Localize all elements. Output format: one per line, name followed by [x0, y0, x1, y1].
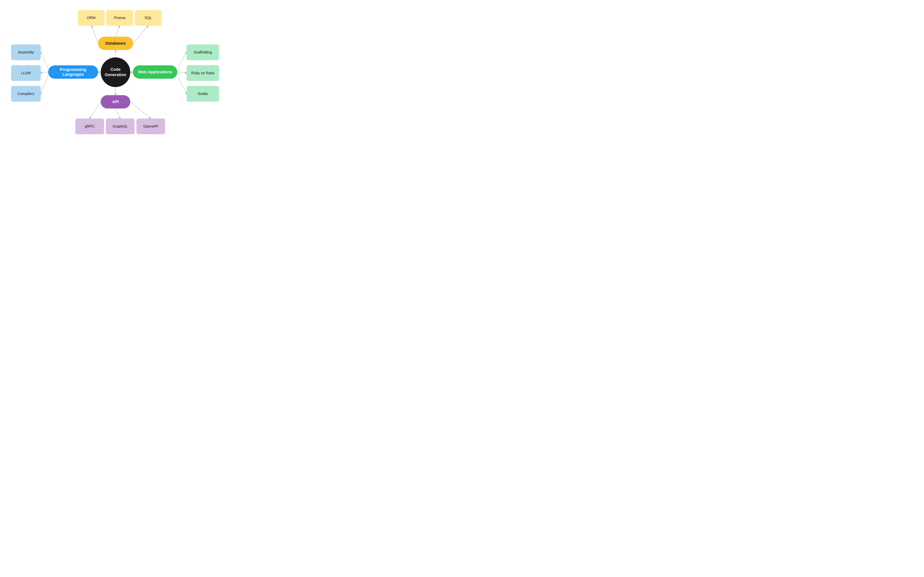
prog-lang-label: Programming Languages — [53, 67, 93, 77]
svg-line-9 — [177, 52, 186, 69]
svg-line-2 — [116, 26, 120, 37]
api-node: API — [101, 95, 130, 108]
grpc-node: gRPC — [76, 119, 104, 134]
assembly-node: Assembly — [11, 44, 41, 60]
svg-line-3 — [133, 26, 148, 44]
api-label: API — [112, 100, 119, 104]
prisma-label: Prisma — [114, 16, 125, 20]
ruby-node: Ruby on Rails — [186, 65, 219, 81]
openapi-node: OpenAPI — [137, 119, 165, 134]
prisma-node: Prisma — [106, 10, 133, 26]
svg-line-5 — [41, 52, 48, 69]
databases-node: Databases — [98, 37, 133, 50]
center-node: Code Generation — [101, 57, 130, 87]
web-apps-node: Web Applications — [133, 65, 177, 79]
ruby-label: Ruby on Rails — [191, 71, 214, 75]
compilers-node: Compilers — [11, 86, 41, 102]
svg-line-14 — [116, 108, 120, 119]
scaffolding-label: Scaffolding — [194, 50, 212, 55]
svelte-node: Svelte — [186, 86, 219, 102]
openapi-label: OpenAPI — [143, 124, 158, 129]
center-label: Code Generation — [105, 67, 126, 77]
orm-label: ORM — [87, 16, 95, 20]
grpc-label: gRPC — [85, 124, 95, 129]
graphql-label: GraphQL — [112, 124, 128, 129]
svg-line-7 — [41, 76, 48, 94]
compilers-label: Compilers — [18, 92, 34, 96]
llvm-node: LLVM — [11, 65, 41, 81]
sql-label: SQL — [145, 16, 152, 20]
scaffolding-node: Scaffolding — [186, 44, 219, 60]
orm-node: ORM — [78, 10, 104, 26]
sql-node: SQL — [135, 10, 162, 26]
llvm-label: LLVM — [21, 71, 31, 75]
svg-line-10 — [177, 72, 186, 73]
databases-label: Databases — [105, 41, 126, 46]
web-apps-label: Web Applications — [138, 69, 172, 74]
graphql-node: GraphQL — [106, 119, 135, 134]
svelte-label: Svelte — [198, 92, 208, 96]
svg-line-11 — [177, 76, 186, 94]
prog-lang-node: Programming Languages — [48, 65, 98, 79]
svg-line-6 — [41, 72, 48, 73]
assembly-label: Assembly — [18, 50, 34, 55]
svg-line-1 — [92, 26, 98, 44]
svg-line-13 — [90, 102, 101, 119]
diagram: Code Generation Programming Languages Da… — [0, 0, 231, 144]
svg-line-15 — [130, 102, 151, 119]
